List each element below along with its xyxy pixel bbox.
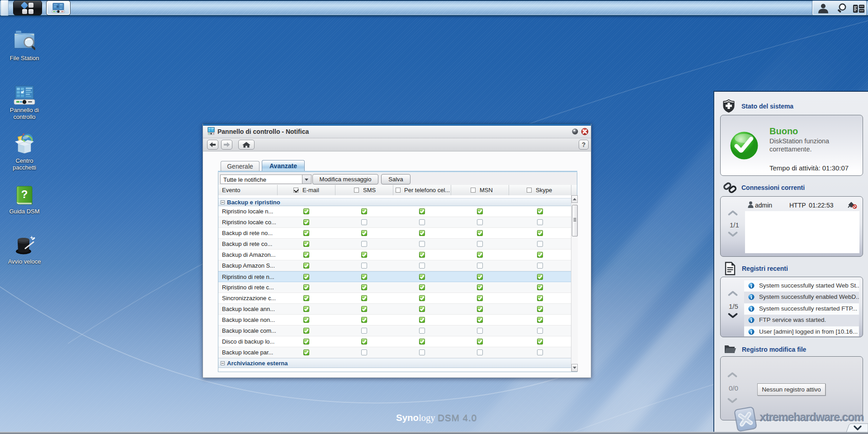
svg-text:?: ? [21,188,28,200]
